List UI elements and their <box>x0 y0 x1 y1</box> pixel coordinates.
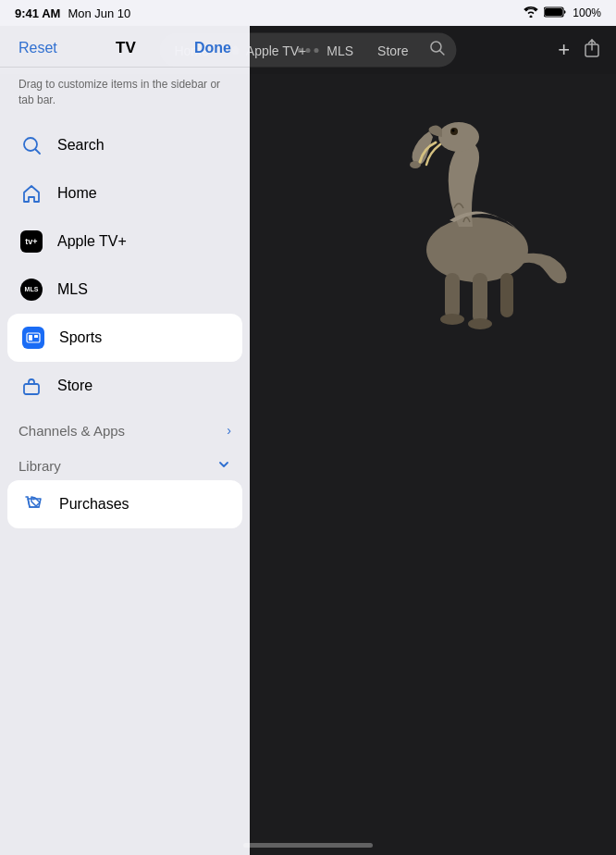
tab-mls[interactable]: MLS <box>315 39 364 61</box>
svg-rect-49 <box>24 384 39 394</box>
svg-rect-9 <box>445 273 460 319</box>
svg-point-8 <box>452 130 455 132</box>
status-time: 9:41 AM <box>15 6 60 20</box>
svg-rect-11 <box>500 273 513 317</box>
svg-point-50 <box>33 498 35 500</box>
svg-rect-1 <box>545 8 562 16</box>
tab-appletv-label: Apple TV+ <box>246 43 307 57</box>
sidebar-item-search-label: Search <box>57 137 231 154</box>
nav-search-button[interactable] <box>422 36 453 65</box>
channels-chevron-icon: › <box>227 423 231 438</box>
status-date: Mon Jun 10 <box>68 6 130 20</box>
library-section[interactable]: Library <box>0 444 250 480</box>
add-button[interactable]: + <box>558 38 570 62</box>
appletv-icon: tv+ <box>18 229 44 254</box>
svg-point-13 <box>468 318 492 329</box>
sidebar-header: Reset TV Done <box>0 26 250 68</box>
svg-rect-47 <box>29 335 32 341</box>
share-button[interactable] <box>583 38 601 63</box>
sidebar-item-store-label: Store <box>57 378 231 394</box>
sidebar-item-appletv[interactable]: tv+ Apple TV+ <box>0 217 250 266</box>
battery-icon <box>544 6 567 20</box>
sidebar-items-list: Search Home tv+ Apple TV+ MLS MLS <box>0 121 250 410</box>
mls-icon: MLS <box>18 277 44 303</box>
search-icon <box>18 132 44 158</box>
sidebar-title: TV <box>116 39 136 57</box>
sidebar-item-mls-label: MLS <box>57 281 231 298</box>
sidebar-item-sports-label: Sports <box>59 329 229 346</box>
sidebar-item-sports[interactable]: Sports <box>7 314 242 362</box>
sidebar-item-appletv-label: Apple TV+ <box>57 233 231 250</box>
sidebar-item-purchases-label: Purchases <box>59 496 229 513</box>
purchases-icon <box>20 491 46 517</box>
hero-animal <box>366 102 588 355</box>
svg-point-12 <box>440 314 464 325</box>
svg-point-5 <box>426 217 528 282</box>
sports-icon <box>20 325 46 351</box>
channels-apps-section[interactable]: Channels & Apps › <box>0 410 250 444</box>
tab-store[interactable]: Store <box>366 39 419 61</box>
sidebar-overlay: Reset TV Done Drag to customize items in… <box>0 26 250 855</box>
home-icon <box>18 180 44 206</box>
channels-apps-label: Channels & Apps <box>18 423 125 439</box>
sidebar-item-search[interactable]: Search <box>0 121 250 169</box>
home-indicator <box>243 843 373 848</box>
store-icon <box>18 373 44 399</box>
svg-rect-10 <box>473 273 487 324</box>
reset-button[interactable]: Reset <box>18 40 57 56</box>
battery-percent: 100% <box>573 6 601 19</box>
library-label: Library <box>18 458 61 474</box>
sidebar-item-home-label: Home <box>57 185 231 202</box>
library-chevron-icon <box>216 457 231 475</box>
sidebar-hint: Drag to customize items in the sidebar o… <box>0 68 250 121</box>
wifi-icon <box>524 6 538 20</box>
svg-point-6 <box>438 122 479 152</box>
sidebar-item-store[interactable]: Store <box>0 362 250 410</box>
sidebar-item-home[interactable]: Home <box>0 169 250 217</box>
svg-line-45 <box>36 149 41 154</box>
sidebar-item-mls[interactable]: MLS MLS <box>0 266 250 314</box>
svg-line-3 <box>440 51 445 56</box>
status-bar: 9:41 AM Mon Jun 10 100% <box>0 0 616 26</box>
library-items-list: Purchases <box>0 480 250 528</box>
svg-rect-48 <box>34 335 38 338</box>
sidebar-item-purchases[interactable]: Purchases <box>7 480 242 528</box>
done-button[interactable]: Done <box>194 40 231 56</box>
